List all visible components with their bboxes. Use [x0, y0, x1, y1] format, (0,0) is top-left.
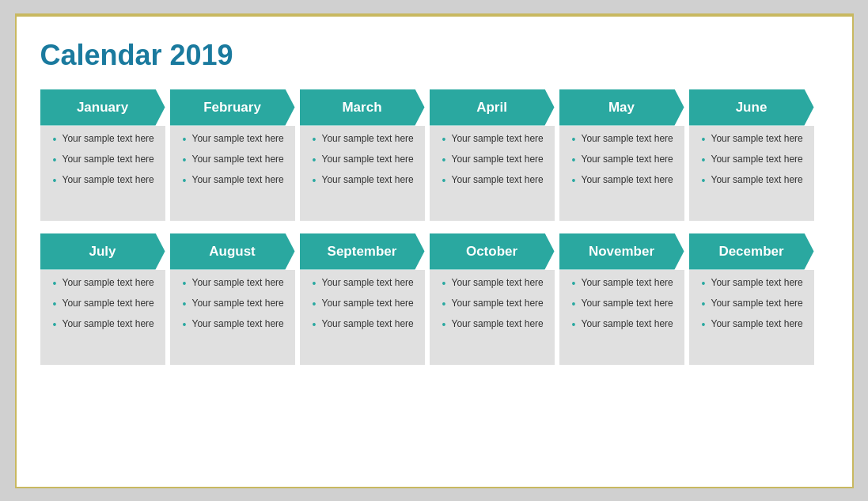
- page-title: Calendar 2019: [40, 39, 828, 72]
- month-item-september-1: Your sample text here: [313, 297, 419, 309]
- month-col-may: MayYour sample text hereYour sample text…: [559, 89, 684, 221]
- month-header-july: July: [40, 233, 165, 270]
- month-item-february-2: Your sample text here: [183, 173, 289, 186]
- month-body-april: Your sample text hereYour sample text he…: [430, 126, 555, 221]
- month-col-august: AugustYour sample text hereYour sample t…: [170, 233, 295, 365]
- month-header-june: June: [689, 89, 814, 126]
- month-header-march: March: [300, 89, 425, 126]
- month-body-august: Your sample text hereYour sample text he…: [170, 270, 295, 365]
- month-item-october-2: Your sample text here: [442, 317, 548, 330]
- month-body-october: Your sample text hereYour sample text he…: [430, 270, 555, 365]
- month-item-july-0: Your sample text here: [53, 276, 159, 289]
- month-item-november-2: Your sample text here: [572, 317, 678, 330]
- month-col-january: JanuaryYour sample text hereYour sample …: [40, 89, 165, 221]
- month-col-february: FebruaryYour sample text hereYour sample…: [170, 89, 295, 221]
- month-item-november-0: Your sample text here: [572, 276, 678, 289]
- month-item-august-1: Your sample text here: [183, 297, 289, 309]
- month-header-april: April: [430, 89, 555, 126]
- month-item-april-1: Your sample text here: [442, 153, 548, 165]
- calendar-row-1: JulyYour sample text hereYour sample tex…: [40, 233, 828, 365]
- month-item-may-0: Your sample text here: [572, 132, 678, 145]
- month-item-january-1: Your sample text here: [53, 153, 159, 165]
- month-body-may: Your sample text hereYour sample text he…: [559, 126, 684, 221]
- month-col-june: JuneYour sample text hereYour sample tex…: [689, 89, 814, 221]
- month-item-march-1: Your sample text here: [313, 153, 419, 165]
- month-item-october-1: Your sample text here: [442, 297, 548, 309]
- month-item-december-2: Your sample text here: [702, 317, 808, 330]
- month-item-june-1: Your sample text here: [702, 153, 808, 165]
- month-header-september: September: [300, 233, 425, 270]
- month-header-august: August: [170, 233, 295, 270]
- month-item-december-1: Your sample text here: [702, 297, 808, 309]
- month-header-december: December: [689, 233, 814, 270]
- month-item-march-2: Your sample text here: [313, 173, 419, 186]
- month-col-march: MarchYour sample text hereYour sample te…: [300, 89, 425, 221]
- month-body-december: Your sample text hereYour sample text he…: [689, 270, 814, 365]
- month-body-march: Your sample text hereYour sample text he…: [300, 126, 425, 221]
- month-col-october: OctoberYour sample text hereYour sample …: [430, 233, 555, 365]
- month-item-february-0: Your sample text here: [183, 132, 289, 145]
- month-item-june-0: Your sample text here: [702, 132, 808, 145]
- month-item-may-2: Your sample text here: [572, 173, 678, 186]
- calendar-row-0: JanuaryYour sample text hereYour sample …: [40, 89, 828, 221]
- month-body-september: Your sample text hereYour sample text he…: [300, 270, 425, 365]
- month-body-june: Your sample text hereYour sample text he…: [689, 126, 814, 221]
- month-body-november: Your sample text hereYour sample text he…: [559, 270, 684, 365]
- month-col-july: JulyYour sample text hereYour sample tex…: [40, 233, 165, 365]
- month-item-june-2: Your sample text here: [702, 173, 808, 186]
- month-item-may-1: Your sample text here: [572, 153, 678, 165]
- month-item-august-0: Your sample text here: [183, 276, 289, 289]
- month-item-april-0: Your sample text here: [442, 132, 548, 145]
- month-item-september-0: Your sample text here: [313, 276, 419, 289]
- month-header-january: January: [40, 89, 165, 126]
- month-item-july-2: Your sample text here: [53, 317, 159, 330]
- month-item-january-0: Your sample text here: [53, 132, 159, 145]
- month-item-january-2: Your sample text here: [53, 173, 159, 186]
- month-item-december-0: Your sample text here: [702, 276, 808, 289]
- calendar-grid: JanuaryYour sample text hereYour sample …: [40, 89, 828, 365]
- month-col-december: DecemberYour sample text hereYour sample…: [689, 233, 814, 365]
- month-item-march-0: Your sample text here: [313, 132, 419, 145]
- month-item-august-2: Your sample text here: [183, 317, 289, 330]
- month-header-november: November: [559, 233, 684, 270]
- slide: Calendar 2019 JanuaryYour sample text he…: [15, 13, 854, 488]
- month-header-february: February: [170, 89, 295, 126]
- month-col-september: SeptemberYour sample text hereYour sampl…: [300, 233, 425, 365]
- month-col-november: NovemberYour sample text hereYour sample…: [559, 233, 684, 365]
- month-header-october: October: [430, 233, 555, 270]
- month-item-april-2: Your sample text here: [442, 173, 548, 186]
- month-item-september-2: Your sample text here: [313, 317, 419, 330]
- month-item-july-1: Your sample text here: [53, 297, 159, 309]
- month-col-april: AprilYour sample text hereYour sample te…: [430, 89, 555, 221]
- month-header-may: May: [559, 89, 684, 126]
- month-body-july: Your sample text hereYour sample text he…: [40, 270, 165, 365]
- month-item-february-1: Your sample text here: [183, 153, 289, 165]
- month-body-january: Your sample text hereYour sample text he…: [40, 126, 165, 221]
- month-item-october-0: Your sample text here: [442, 276, 548, 289]
- month-item-november-1: Your sample text here: [572, 297, 678, 309]
- month-body-february: Your sample text hereYour sample text he…: [170, 126, 295, 221]
